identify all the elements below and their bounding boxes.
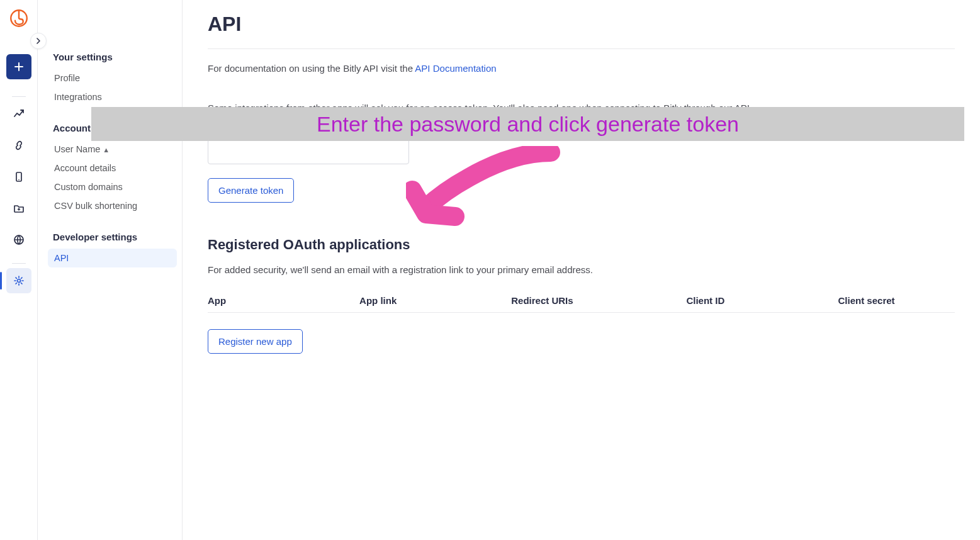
nav-mobile[interactable] — [6, 164, 31, 189]
oauth-sub: For added security, we'll send an email … — [208, 264, 955, 275]
nav-campaigns[interactable] — [6, 196, 31, 221]
svg-point-2 — [18, 179, 20, 181]
lead-text: For documentation on using the Bitly API… — [208, 63, 415, 74]
link-icon — [13, 140, 25, 151]
bitly-logo[interactable] — [9, 9, 28, 28]
col-header-redirect: Redirect URIs — [511, 295, 686, 306]
api-documentation-link[interactable]: API Documentation — [415, 63, 496, 74]
sidebar-item-profile[interactable]: Profile — [48, 69, 177, 87]
generate-token-button[interactable]: Generate token — [208, 178, 294, 203]
password-input[interactable] — [208, 139, 409, 164]
sidebar-collapse-button[interactable] — [30, 33, 47, 49]
oauth-heading: Registered OAuth applications — [208, 237, 955, 253]
sidebar-item-custom-domains[interactable]: Custom domains — [48, 177, 177, 196]
sidebar-item-api[interactable]: API — [48, 249, 177, 267]
analytics-icon — [13, 108, 25, 120]
your-settings-heading: Your settings — [48, 52, 177, 69]
nav-links[interactable] — [6, 133, 31, 158]
svg-point-4 — [17, 279, 20, 283]
sidebar-account-name: User Name — [54, 144, 100, 154]
nav-analytics[interactable] — [6, 101, 31, 127]
create-new-button[interactable] — [6, 54, 31, 79]
col-header-app-link: App link — [359, 295, 511, 306]
oauth-apps-table-header: App App link Redirect URIs Client ID Cli… — [208, 289, 955, 313]
nav-custom-links[interactable] — [6, 227, 31, 252]
mobile-icon — [13, 171, 25, 183]
col-header-app: App — [208, 295, 359, 306]
sidebar-item-csv-bulk[interactable]: CSV bulk shortening — [48, 196, 177, 215]
sidebar-account-selector[interactable]: User Name ▲ — [48, 140, 177, 159]
sidebar-item-integrations[interactable]: Integrations — [48, 87, 177, 106]
token-intro: Some integrations from other apps will a… — [208, 103, 955, 113]
register-new-app-button[interactable]: Register new app — [208, 329, 303, 354]
settings-sidebar: Your settings Profile Integrations Accou… — [38, 0, 183, 540]
page-title: API — [208, 13, 955, 49]
developer-settings-heading: Developer settings — [48, 232, 177, 249]
nav-rail — [0, 0, 38, 540]
rail-divider-2 — [12, 263, 26, 264]
main-content: API For documentation on using the Bitly… — [183, 0, 980, 540]
col-header-client-secret: Client secret — [838, 295, 955, 306]
gear-icon — [13, 275, 25, 286]
folder-plus-icon — [13, 203, 25, 214]
sidebar-item-account-details[interactable]: Account details — [48, 159, 177, 177]
chevron-up-icon: ▲ — [103, 146, 110, 154]
account-settings-heading: Account settings — [48, 123, 177, 140]
globe-icon — [13, 234, 25, 245]
chevron-right-icon — [35, 38, 42, 44]
rail-divider — [12, 96, 26, 97]
password-label: Enter password — [208, 123, 955, 134]
lead-paragraph: For documentation on using the Bitly API… — [208, 63, 955, 74]
plus-icon — [14, 62, 24, 72]
nav-settings[interactable] — [6, 268, 31, 293]
col-header-client-id: Client ID — [686, 295, 838, 306]
